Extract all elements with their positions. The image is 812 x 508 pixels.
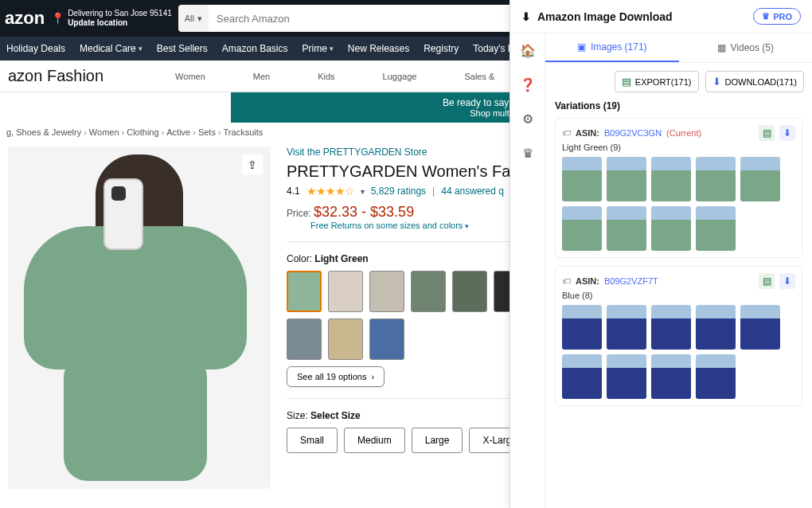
variation-thumbnail[interactable] xyxy=(607,305,646,350)
color-swatch[interactable] xyxy=(452,271,487,312)
variation-thumbnail[interactable] xyxy=(562,206,602,251)
size-button[interactable]: Medium xyxy=(344,428,405,453)
answered-questions-link[interactable]: 44 answered q xyxy=(441,186,504,197)
color-swatch[interactable] xyxy=(287,271,322,312)
tag-icon: 🏷 xyxy=(562,128,571,138)
breadcrumb-link[interactable]: Tracksuits xyxy=(224,127,264,137)
subnav-item[interactable]: Best Sellers xyxy=(157,43,208,54)
asin-label: ASIN: xyxy=(576,128,599,138)
extension-sidebar: 🏠 ❓ ⚙ ♛ xyxy=(510,33,545,508)
chevron-down-icon: ▾ xyxy=(139,45,142,53)
color-swatch[interactable] xyxy=(411,271,446,312)
color-value: Light Green xyxy=(314,253,368,264)
color-swatch[interactable] xyxy=(328,318,363,360)
excel-icon: ▤ xyxy=(622,76,631,88)
home-icon[interactable]: 🏠 xyxy=(520,43,536,58)
variation-name: Light Green (9) xyxy=(562,143,795,152)
subnav-item[interactable]: Medical Care▾ xyxy=(80,43,142,54)
amazon-logo[interactable]: azon xyxy=(5,8,45,29)
subnav-item[interactable]: Amazon Basics xyxy=(222,43,288,54)
variation-thumbnail[interactable] xyxy=(651,206,691,251)
variation-thumbnail[interactable] xyxy=(696,206,736,251)
crown-icon[interactable]: ♛ xyxy=(522,146,533,161)
extension-panel: ⬇ Amazon Image Download ♛PRO 🏠 ❓ ⚙ ♛ ▣ I… xyxy=(509,0,812,508)
download-icon: ⬇ xyxy=(521,10,531,23)
breadcrumb-link[interactable]: Sets xyxy=(198,127,216,137)
variation-block: 🏷ASIN:B09G2VZF7T▤⬇Blue (8) xyxy=(555,266,802,406)
asin-value[interactable]: B09G2VC3GN xyxy=(604,128,662,138)
export-button[interactable]: ▤EXPORT(171) xyxy=(615,71,699,92)
variation-name: Blue (8) xyxy=(562,291,795,300)
color-swatch[interactable] xyxy=(369,318,404,360)
variation-thumbnail[interactable] xyxy=(696,354,736,399)
variation-thumbnail[interactable] xyxy=(562,157,602,201)
breadcrumb-link[interactable]: Active xyxy=(166,127,190,137)
variation-thumbnail[interactable] xyxy=(651,305,691,350)
tab-images[interactable]: ▣ Images (171) xyxy=(545,33,679,62)
fashion-category[interactable]: Sales & xyxy=(464,72,494,81)
location-pin-icon: 📍 xyxy=(51,12,64,25)
fashion-category[interactable]: Men xyxy=(253,72,270,81)
breadcrumb-link[interactable]: Women xyxy=(89,127,119,137)
color-swatch[interactable] xyxy=(369,271,404,312)
see-all-options-button[interactable]: See all 19 options› xyxy=(287,366,385,387)
deliver-line1: Delivering to San Jose 95141 xyxy=(68,9,172,18)
download-button[interactable]: ⬇DOWNLOAD(171) xyxy=(705,71,804,92)
variation-thumbnail[interactable] xyxy=(651,157,691,201)
variation-thumbnail[interactable] xyxy=(607,206,646,251)
star-rating-icon[interactable]: ★★★★☆ xyxy=(306,185,354,197)
tab-videos[interactable]: ▦ Videos (5) xyxy=(679,33,813,62)
variation-thumbnail[interactable] xyxy=(562,305,602,350)
fashion-category[interactable]: Luggage xyxy=(383,72,417,81)
video-icon: ▦ xyxy=(717,42,726,53)
variation-thumbnail[interactable] xyxy=(740,305,780,350)
variation-thumbnail[interactable] xyxy=(740,157,780,201)
image-icon: ▣ xyxy=(577,41,586,53)
tag-icon: 🏷 xyxy=(562,276,571,286)
variation-thumbnail[interactable] xyxy=(562,354,602,399)
color-swatch[interactable] xyxy=(328,271,363,312)
fashion-category[interactable]: Kids xyxy=(318,72,334,81)
variation-thumbnail[interactable] xyxy=(696,305,736,350)
current-badge: (Current) xyxy=(666,128,701,138)
color-swatch[interactable] xyxy=(287,318,322,360)
share-icon[interactable]: ⇪ xyxy=(242,154,263,175)
fashion-category[interactable]: Women xyxy=(175,72,205,81)
variations-label: Variations (19) xyxy=(545,100,812,118)
size-button[interactable]: Large xyxy=(412,428,463,453)
fashion-title: azon Fashion xyxy=(8,67,103,85)
variation-thumbnail[interactable] xyxy=(651,354,691,399)
pro-button[interactable]: ♛PRO xyxy=(753,8,801,25)
ratings-link[interactable]: 5,829 ratings xyxy=(371,186,426,197)
asin-value[interactable]: B09G2VZF7T xyxy=(604,276,658,286)
variation-thumbnail[interactable] xyxy=(607,157,646,201)
variation-block: 🏷ASIN:B09G2VC3GN(Current)▤⬇Light Green (… xyxy=(555,118,802,258)
price-label: Price: xyxy=(287,208,311,219)
chevron-down-icon: ▾ xyxy=(330,45,334,53)
crown-icon: ♛ xyxy=(762,11,770,21)
deliver-to[interactable]: 📍 Delivering to San Jose 95141 Update lo… xyxy=(51,9,172,28)
excel-icon[interactable]: ▤ xyxy=(759,125,775,141)
help-icon[interactable]: ❓ xyxy=(520,77,536,92)
subnav-item[interactable]: Registry xyxy=(424,43,459,54)
search-category-dropdown[interactable]: All▾ xyxy=(178,5,209,32)
rating-value: 4.1 xyxy=(287,186,300,197)
subnav-item[interactable]: Prime▾ xyxy=(302,43,333,54)
download-icon[interactable]: ⬇ xyxy=(779,273,795,289)
size-button[interactable]: Small xyxy=(287,428,338,453)
download-icon[interactable]: ⬇ xyxy=(779,125,795,141)
breadcrumb-link[interactable]: g, Shoes & Jewelry xyxy=(6,127,81,137)
variation-thumbnail[interactable] xyxy=(607,354,646,399)
gear-icon[interactable]: ⚙ xyxy=(522,111,533,127)
breadcrumb-link[interactable]: Clothing xyxy=(127,127,158,137)
excel-icon[interactable]: ▤ xyxy=(759,273,775,289)
product-main-image[interactable] xyxy=(8,147,271,489)
variation-thumbnail[interactable] xyxy=(696,157,736,201)
chevron-down-icon: ▾ xyxy=(197,14,202,24)
deliver-line2: Update location xyxy=(68,18,172,28)
subnav-item[interactable]: New Releases xyxy=(348,43,409,54)
chevron-down-icon[interactable]: ▾ xyxy=(361,187,365,196)
subnav-item[interactable]: Holiday Deals xyxy=(6,43,65,54)
chevron-down-icon: ▾ xyxy=(465,222,469,230)
extension-title: ⬇ Amazon Image Download xyxy=(521,10,673,23)
